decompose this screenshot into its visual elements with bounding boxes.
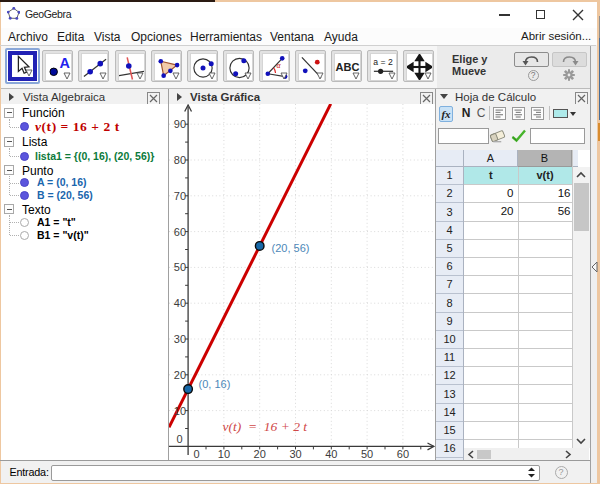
svg-text:80: 80: [173, 154, 185, 166]
svg-text:(0, 16): (0, 16): [198, 378, 230, 390]
svg-text:0: 0: [193, 448, 199, 460]
svg-text:0: 0: [176, 433, 182, 445]
svg-text:10: 10: [173, 405, 185, 417]
svg-text:30: 30: [289, 448, 301, 460]
svg-text:A: A: [59, 55, 70, 71]
svg-text:a = 2: a = 2: [373, 57, 393, 67]
svg-text:30: 30: [173, 333, 185, 345]
svg-text:50: 50: [173, 261, 185, 273]
svg-text:60: 60: [396, 448, 408, 460]
svg-text:90: 90: [173, 118, 185, 130]
svg-text:(20, 56): (20, 56): [271, 242, 309, 254]
svg-text:v(t) = 16 + 2 t: v(t) = 16 + 2 t: [222, 419, 308, 434]
svg-text:20: 20: [253, 448, 265, 460]
svg-text:40: 40: [173, 297, 185, 309]
svg-text:40: 40: [325, 448, 337, 460]
svg-text:50: 50: [360, 448, 372, 460]
svg-text:60: 60: [173, 226, 185, 238]
svg-text:70: 70: [173, 190, 185, 202]
svg-text:10: 10: [217, 448, 229, 460]
svg-text:α: α: [276, 60, 281, 69]
svg-text:20: 20: [173, 369, 185, 381]
